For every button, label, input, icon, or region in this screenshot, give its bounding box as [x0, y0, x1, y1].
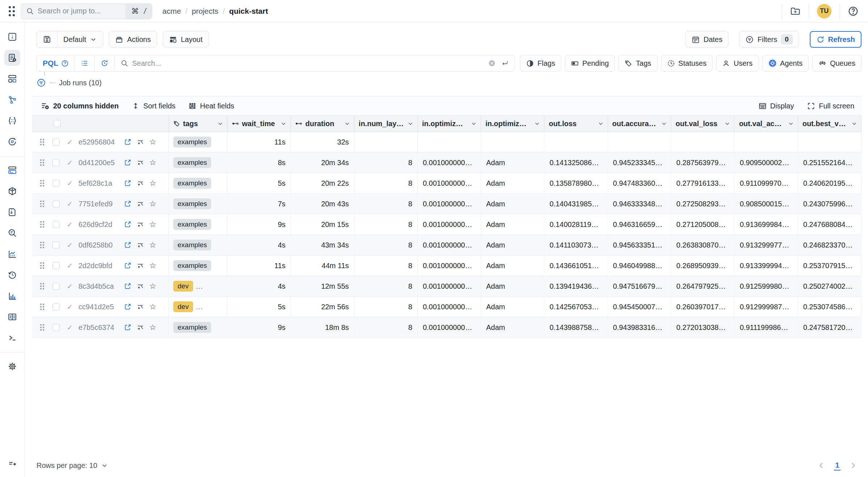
sidebar-bar-chart-icon[interactable]: [4, 288, 20, 304]
row-checkbox[interactable]: [52, 180, 60, 187]
compare-icon[interactable]: [137, 138, 144, 146]
row-checkbox[interactable]: [52, 241, 60, 249]
chip-users[interactable]: Users: [716, 55, 758, 72]
chip-agents[interactable]: Agents: [762, 55, 809, 72]
table-row[interactable]: ✓ cc941d2e5 ☆ dev... 5s22m 56s80.0010000…: [32, 297, 861, 317]
heat-fields-button[interactable]: Heat fields: [188, 102, 234, 110]
clear-query-icon[interactable]: [488, 59, 496, 67]
sidebar-archive-icon[interactable]: [4, 204, 20, 220]
drag-handle-icon[interactable]: [40, 324, 44, 331]
new-project-folder-icon[interactable]: [790, 6, 801, 17]
row-checkbox[interactable]: [52, 200, 60, 207]
tag-chip[interactable]: examples: [173, 178, 211, 189]
open-run-icon[interactable]: [124, 200, 131, 207]
table-row[interactable]: ✓ 0d41200e5 ☆ examples 8s20m 34s80.00100…: [32, 152, 861, 173]
run-id[interactable]: e52956804: [78, 138, 124, 146]
drag-handle-icon[interactable]: [40, 283, 44, 289]
chevron-down-icon[interactable]: [722, 120, 731, 127]
sidebar-dashboards-icon[interactable]: [4, 71, 20, 87]
star-icon[interactable]: ☆: [149, 302, 156, 311]
run-id[interactable]: e7b5c6374: [78, 323, 124, 332]
sidebar-info-icon[interactable]: [4, 29, 20, 45]
open-run-icon[interactable]: [124, 324, 131, 331]
run-id[interactable]: cc941d2e5: [78, 303, 124, 311]
table-row[interactable]: ✓ e52956804 ☆ examples 11s32s: [32, 132, 861, 152]
open-run-icon[interactable]: [124, 138, 131, 146]
star-icon[interactable]: ☆: [149, 199, 156, 208]
star-icon[interactable]: ☆: [149, 261, 156, 270]
row-checkbox[interactable]: [52, 221, 60, 228]
tag-chip[interactable]: dev: [173, 301, 193, 312]
breadcrumb-section[interactable]: projects: [192, 7, 218, 16]
drag-handle-icon[interactable]: [40, 304, 44, 310]
chevron-down-icon[interactable]: [468, 120, 477, 127]
sidebar-search-doc-icon[interactable]: [4, 225, 20, 241]
star-icon[interactable]: ☆: [149, 220, 156, 229]
help-icon[interactable]: [848, 6, 859, 17]
breadcrumb-project[interactable]: quick-start: [229, 7, 268, 16]
filters-button[interactable]: Filters 0: [739, 31, 799, 48]
table-row[interactable]: ✓ 5ef628c1a ☆ examples 5s20m 22s80.00100…: [32, 173, 861, 194]
open-run-icon[interactable]: [124, 221, 131, 228]
open-run-icon[interactable]: [124, 262, 131, 269]
select-all-checkbox[interactable]: [54, 120, 61, 127]
more-tags-indicator[interactable]: ...: [196, 282, 203, 291]
chevron-down-icon[interactable]: [849, 120, 858, 127]
compare-icon[interactable]: [137, 241, 144, 249]
more-tags-indicator[interactable]: ...: [196, 303, 203, 311]
table-row[interactable]: ✓ 626d9cf2d ☆ examples 9s20m 15s80.00100…: [32, 214, 861, 235]
sidebar-orbit-icon[interactable]: [4, 134, 20, 150]
chip-statuses[interactable]: Statuses: [661, 55, 713, 72]
columns-hidden-button[interactable]: 20 columns hidden: [41, 102, 119, 110]
query-list-icon[interactable]: [75, 55, 95, 71]
compare-icon[interactable]: [137, 303, 144, 310]
column-header[interactable]: out.loss: [544, 116, 608, 132]
run-id[interactable]: 5ef628c1a: [78, 179, 124, 188]
compare-icon[interactable]: [137, 262, 144, 269]
open-run-icon[interactable]: [124, 241, 131, 249]
scope-filter-icon[interactable]: [37, 78, 46, 87]
pql-toggle[interactable]: PQL: [37, 55, 75, 71]
star-icon[interactable]: ☆: [149, 282, 156, 291]
next-page-icon[interactable]: [849, 461, 857, 469]
compare-icon[interactable]: [137, 324, 144, 331]
table-row[interactable]: ✓ e7b5c6374 ☆ examples 9s18m 8s80.001000…: [32, 317, 861, 338]
tag-chip[interactable]: examples: [173, 157, 211, 168]
breadcrumb-org[interactable]: acme: [162, 7, 181, 16]
table-row[interactable]: ✓ 0df6258b0 ☆ examples 4s43m 34s80.00100…: [32, 235, 861, 255]
compare-icon[interactable]: [137, 159, 144, 166]
auto-refresh-icon[interactable]: [95, 55, 115, 71]
open-run-icon[interactable]: [124, 303, 131, 310]
chevron-down-icon[interactable]: [405, 120, 414, 127]
save-view-button[interactable]: [37, 31, 57, 47]
run-id[interactable]: 2d2dc9bfd: [78, 262, 124, 270]
compare-icon[interactable]: [137, 283, 144, 290]
collapse-sidebar-icon[interactable]: [4, 456, 20, 472]
refresh-button[interactable]: Refresh: [810, 31, 861, 48]
column-header[interactable]: wait_time: [227, 116, 291, 132]
drag-handle-icon[interactable]: [40, 180, 44, 186]
tag-chip[interactable]: examples: [173, 219, 211, 230]
column-header[interactable]: tags: [169, 116, 227, 132]
sidebar-terminal-panel-icon[interactable]: [4, 162, 20, 178]
dates-button[interactable]: Dates: [685, 31, 728, 48]
view-dropdown[interactable]: Default: [57, 31, 103, 47]
row-checkbox[interactable]: [52, 138, 60, 146]
sidebar-parameters-icon[interactable]: [4, 113, 20, 129]
submit-query-icon[interactable]: [501, 59, 509, 67]
star-icon[interactable]: ☆: [149, 138, 156, 146]
chevron-down-icon[interactable]: [342, 120, 350, 127]
run-id[interactable]: 0d41200e5: [78, 159, 124, 167]
tag-chip[interactable]: examples: [173, 198, 211, 209]
sidebar-prompt-icon[interactable]: [4, 330, 20, 346]
chip-flags[interactable]: Flags: [520, 55, 561, 72]
open-run-icon[interactable]: [124, 180, 131, 187]
layout-button[interactable]: Layout: [163, 31, 209, 48]
global-search-input[interactable]: [38, 7, 125, 15]
column-header[interactable]: in.num_lay…: [354, 116, 418, 132]
sidebar-package-icon[interactable]: [4, 183, 20, 199]
star-icon[interactable]: ☆: [149, 323, 156, 332]
table-row[interactable]: ✓ 2d2dc9bfd ☆ examples 11s44m 11s80.0010…: [32, 255, 861, 276]
row-checkbox[interactable]: [52, 159, 60, 166]
sidebar-settings-gear-icon[interactable]: [4, 358, 20, 374]
